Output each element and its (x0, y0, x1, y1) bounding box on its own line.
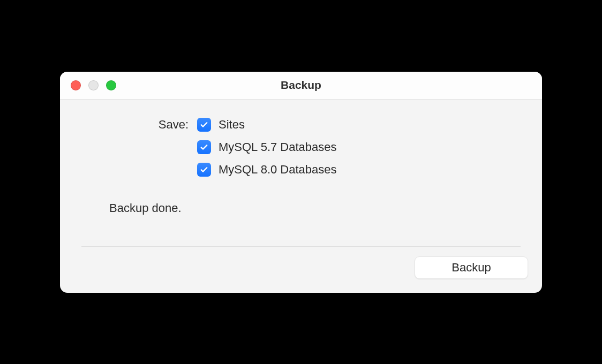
checkmark-icon (199, 120, 209, 130)
status-message: Backup done. (81, 201, 521, 215)
checkmark-icon (199, 165, 209, 175)
backup-window: Backup Save: Sites MySQL 5.7 Databases (60, 72, 542, 293)
content-area: Save: Sites MySQL 5.7 Databases MySQL 8.… (60, 100, 542, 247)
checkbox-mysql80[interactable] (197, 163, 211, 177)
backup-button[interactable]: Backup (415, 256, 528, 279)
save-label: Save: (81, 118, 189, 132)
window-title: Backup (60, 79, 542, 92)
traffic-lights (60, 80, 116, 90)
footer: Backup (60, 247, 542, 293)
titlebar: Backup (60, 72, 542, 100)
checkbox-sites[interactable] (197, 118, 211, 132)
backup-button-label: Backup (452, 261, 491, 275)
save-options: Save: Sites MySQL 5.7 Databases MySQL 8.… (81, 118, 521, 177)
checkmark-icon (199, 142, 209, 152)
option-label: MySQL 5.7 Databases (219, 140, 337, 154)
minimize-icon[interactable] (88, 80, 99, 90)
option-mysql80[interactable]: MySQL 8.0 Databases (197, 163, 521, 177)
option-label: Sites (219, 118, 245, 132)
close-icon[interactable] (71, 80, 81, 90)
option-sites[interactable]: Sites (197, 118, 521, 132)
maximize-icon[interactable] (106, 80, 116, 90)
option-mysql57[interactable]: MySQL 5.7 Databases (197, 140, 521, 154)
checkbox-mysql57[interactable] (197, 140, 211, 154)
option-label: MySQL 8.0 Databases (219, 163, 337, 177)
